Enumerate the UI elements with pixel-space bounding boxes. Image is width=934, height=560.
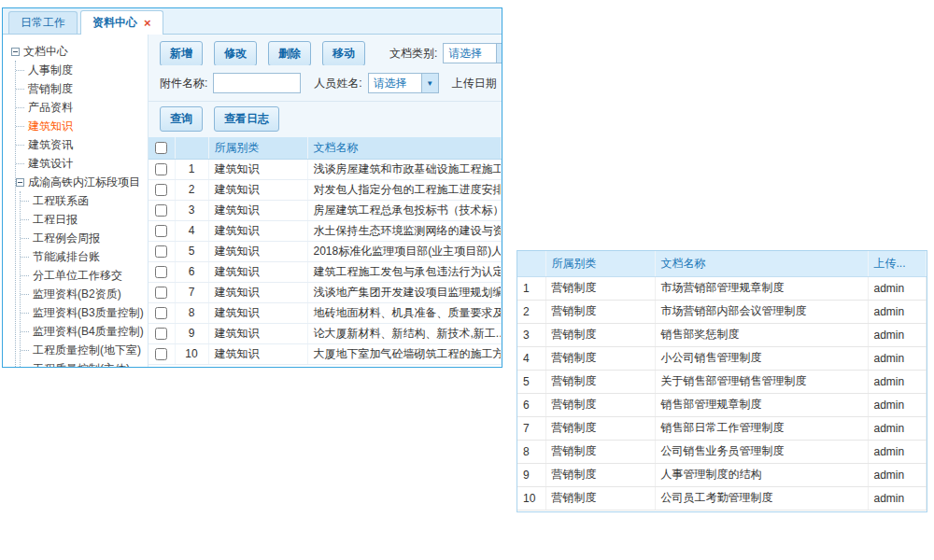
- row-number: 1: [517, 276, 545, 300]
- table-row[interactable]: 6 建筑知识 建筑工程施工发包与承包违法行为认定...: [149, 261, 502, 282]
- table-row[interactable]: 3 营销制度 销售部奖惩制度 admin: [517, 323, 927, 346]
- row-checkbox[interactable]: [155, 348, 167, 360]
- tab-daily-work[interactable]: 日常工作: [8, 11, 78, 34]
- row-checkbox[interactable]: [155, 266, 167, 278]
- attachment-name-input[interactable]: [213, 73, 301, 93]
- tree-connector: [16, 107, 24, 108]
- document-tree: 文档中心 人事制度 营销制度 产品资料 建筑知识: [3, 35, 148, 367]
- row-uploader: admin: [868, 323, 927, 346]
- table-row[interactable]: 9 建筑知识 论大厦新材料、新结构、新技术,新工...: [149, 323, 502, 343]
- col-header-doc-name[interactable]: 文档名称: [307, 137, 502, 159]
- tree-item[interactable]: 建筑资讯: [16, 135, 148, 154]
- row-checkbox[interactable]: [155, 307, 167, 319]
- tree-item-selected[interactable]: 建筑知识: [16, 117, 148, 135]
- table-row[interactable]: 1 建筑知识 浅谈房屋建筑和市政基础设施工程施工...: [149, 159, 502, 179]
- row-checkbox[interactable]: [155, 287, 167, 299]
- row-number: 10: [175, 343, 208, 364]
- chevron-down-icon: ▼: [421, 74, 438, 92]
- tree-item[interactable]: 工程日报: [21, 210, 148, 229]
- row-doc-name: 市场营销部内部会议管理制度: [655, 300, 868, 323]
- person-name-value: 请选择: [369, 76, 421, 91]
- query-button[interactable]: 查询: [160, 106, 203, 132]
- tree-label: 工程联系函: [33, 193, 89, 209]
- row-doc-name: 大厦地下室加气砼墙砌筑工程的施工方...: [307, 343, 502, 364]
- tree-item[interactable]: 监理资料(B3质量控制): [21, 303, 148, 322]
- person-name-select[interactable]: 请选择 ▼: [368, 73, 439, 93]
- tree-item[interactable]: 营销制度: [16, 79, 148, 98]
- row-uploader: admin: [868, 463, 927, 486]
- attachment-name-label: 附件名称:: [160, 76, 207, 91]
- tree-item[interactable]: 工程例会周报: [21, 229, 148, 247]
- tree-item[interactable]: 工程质量控制(主体): [21, 359, 148, 367]
- tree-item[interactable]: 工程质量控制(地下室): [21, 341, 148, 359]
- tree-item[interactable]: 人事制度: [16, 61, 148, 79]
- tree-item[interactable]: 监理资料(B2资质): [21, 285, 148, 303]
- table-row[interactable]: 2 营销制度 市场营销部内部会议管理制度 admin: [517, 300, 927, 323]
- row-checkbox[interactable]: [155, 163, 167, 175]
- table-row[interactable]: 4 建筑知识 水土保持生态环境监测网络的建设与资...: [149, 220, 502, 241]
- row-number: 9: [517, 463, 545, 486]
- table-row[interactable]: 7 建筑知识 浅谈地产集团开发建设项目监理规划编...: [149, 282, 502, 302]
- row-number: 5: [175, 241, 208, 261]
- table-row[interactable]: 9 营销制度 人事管理制度的结构 admin: [517, 463, 927, 486]
- table-row[interactable]: 3 建筑知识 房屋建筑工程总承包投标书（技术标）...: [149, 200, 502, 220]
- table-row[interactable]: 6 营销制度 销售部管理规章制度 admin: [517, 393, 927, 416]
- table-row[interactable]: 1 营销制度 市场营销部管理规章制度 admin: [517, 276, 927, 300]
- view-log-button[interactable]: 查看日志: [214, 106, 279, 132]
- add-button[interactable]: 新增: [160, 41, 203, 65]
- row-checkbox[interactable]: [155, 328, 167, 340]
- tree-node-document-center[interactable]: 文档中心: [11, 42, 148, 61]
- table-row[interactable]: 4 营销制度 小公司销售管理制度 admin: [517, 346, 927, 370]
- documents-grid: 所属别类 文档名称 1 建筑知识 浅谈房屋建筑和市政基础设施工程施工...: [149, 137, 502, 367]
- tree-item[interactable]: 分工单位工作移交: [21, 266, 148, 285]
- tree-item[interactable]: 产品资料: [16, 98, 148, 117]
- row-uploader: admin: [868, 393, 927, 416]
- col-header-category[interactable]: 所属别类: [545, 251, 655, 276]
- tree-item[interactable]: 监理资料(B4质量控制): [21, 322, 148, 341]
- modify-button[interactable]: 修改: [214, 41, 257, 65]
- select-all-checkbox[interactable]: [155, 142, 167, 154]
- tree-node-project[interactable]: 成渝高铁内江标段项目: [16, 173, 148, 191]
- tab-data-center[interactable]: 资料中心 ×: [80, 10, 163, 35]
- person-name-label: 人员姓名:: [314, 76, 361, 91]
- doc-category-select[interactable]: 请选择 ▼: [443, 43, 502, 63]
- table-row[interactable]: 8 营销制度 公司销售业务员管理制度 admin: [517, 440, 927, 463]
- row-checkbox[interactable]: [155, 225, 167, 237]
- tree-label: 营销制度: [28, 81, 73, 97]
- table-row[interactable]: 10 营销制度 公司员工考勤管理制度 admin: [517, 486, 927, 510]
- move-button[interactable]: 移动: [322, 41, 365, 65]
- table-row[interactable]: 10 建筑知识 大厦地下室加气砼墙砌筑工程的施工方...: [149, 343, 502, 364]
- col-header-uploader[interactable]: 上传...: [868, 251, 927, 276]
- row-category: 营销制度: [545, 440, 655, 463]
- table-row[interactable]: 8 建筑知识 地砖地面材料、机具准备、质量要求及...: [149, 302, 502, 323]
- tree-connector: [21, 201, 29, 202]
- tree-label: 产品资料: [28, 100, 73, 116]
- col-header-category[interactable]: 所属别类: [208, 137, 307, 159]
- tree-label: 建筑资讯: [28, 137, 73, 153]
- table-row[interactable]: 7 营销制度 销售部日常工作管理制度 admin: [517, 416, 927, 440]
- row-doc-name: 浅谈房屋建筑和市政基础设施工程施工...: [307, 159, 502, 179]
- tree-item[interactable]: 建筑设计: [16, 154, 148, 173]
- row-category: 建筑知识: [208, 323, 307, 343]
- row-checkbox[interactable]: [155, 204, 167, 217]
- tree-connector: [21, 294, 29, 295]
- collapse-icon[interactable]: [16, 178, 24, 187]
- row-checkbox[interactable]: [155, 245, 167, 258]
- col-header-index: [517, 251, 545, 276]
- marketing-docs-table: 所属别类 文档名称 上传... 1 营销制度 市场营销部管理规章制度 admin…: [517, 251, 927, 511]
- row-number: 4: [517, 346, 545, 370]
- collapse-icon[interactable]: [11, 48, 20, 56]
- close-tab-icon[interactable]: ×: [144, 17, 151, 29]
- tree-label: 监理资料(B4质量控制): [33, 324, 144, 340]
- row-doc-name: 浅谈地产集团开发建设项目监理规划编...: [307, 282, 502, 302]
- table-row[interactable]: 5 建筑知识 2018标准化监理项目部(业主项目部)人员...: [149, 241, 502, 261]
- tree-item[interactable]: 节能减排台账: [21, 247, 148, 266]
- row-checkbox[interactable]: [155, 184, 167, 196]
- tree-connector: [21, 331, 29, 332]
- tree-item[interactable]: 工程联系函: [21, 191, 148, 210]
- tree-label: 建筑知识: [28, 119, 73, 134]
- table-row[interactable]: 2 建筑知识 对发包人指定分包的工程施工进度安排...: [149, 179, 502, 200]
- delete-button[interactable]: 删除: [268, 41, 311, 65]
- table-row[interactable]: 5 营销制度 关于销售部管理销售管理制度 admin: [517, 370, 927, 393]
- col-header-doc-name[interactable]: 文档名称: [655, 251, 868, 276]
